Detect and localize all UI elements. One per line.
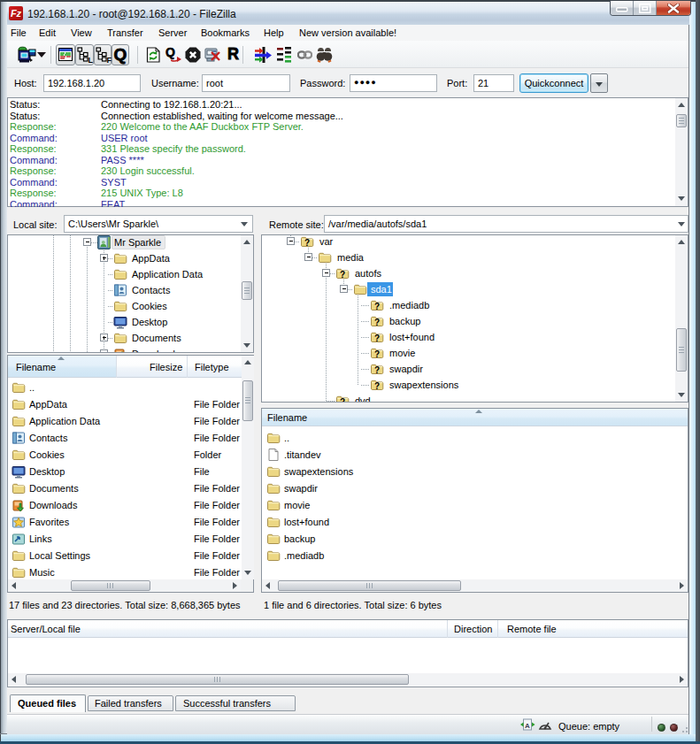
svg-text:?: ? — [340, 397, 345, 403]
svg-text:?: ? — [340, 270, 345, 280]
svg-text:?: ? — [374, 318, 380, 327]
svg-text:?: ? — [374, 381, 380, 391]
svg-text:?: ? — [374, 349, 380, 359]
svg-text:?: ? — [304, 238, 310, 248]
svg-text:F: F — [107, 56, 112, 64]
svg-text:?: ? — [374, 302, 380, 311]
svg-text:?: ? — [374, 365, 380, 375]
svg-text:?: ? — [374, 334, 380, 343]
svg-text:L: L — [88, 56, 94, 64]
svg-text:A: A — [525, 722, 530, 730]
